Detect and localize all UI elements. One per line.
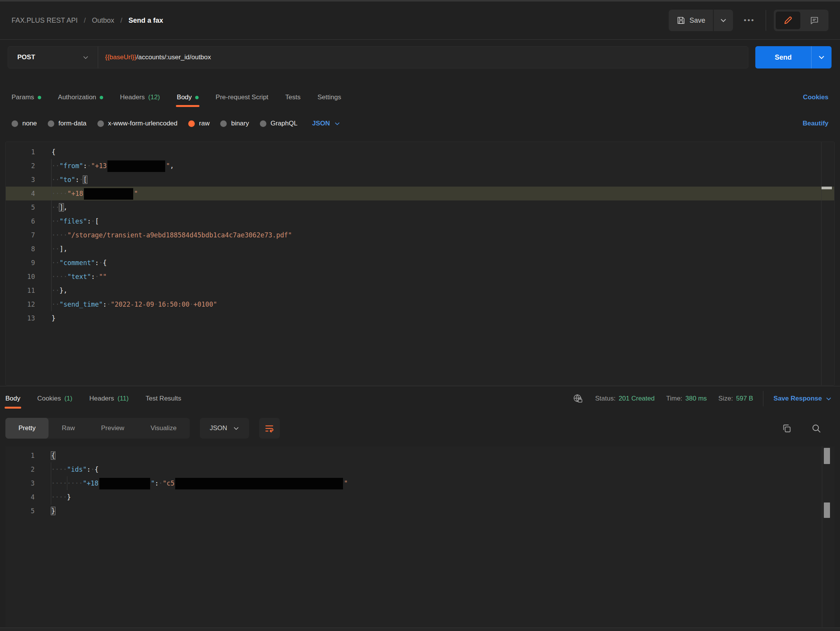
response-tab-test-results[interactable]: Test Results [146,389,181,409]
code-string: "+18 [67,190,83,197]
method-label: POST [17,53,35,61]
more-actions-button[interactable]: ••• [741,16,758,25]
code-line[interactable]: 3··"to":·[ [6,173,834,187]
request-tabs: Params Authorization Headers (12) Body P… [12,88,828,107]
tab-settings-label: Settings [318,93,341,101]
code-line[interactable]: 4····"+18" [6,187,834,200]
beautify-link[interactable]: Beautify [803,120,828,127]
code-line[interactable]: 6··"files":·[ [6,214,834,228]
scrollbar-thumb[interactable] [824,502,830,518]
search-icon[interactable] [811,423,822,434]
radio-form-data[interactable]: form-data [48,120,87,127]
code-token: ·· [52,162,59,170]
code-line[interactable]: 5} [5,504,835,518]
radio-form-data-label: form-data [59,120,87,127]
code-line[interactable]: 11··}, [6,284,834,297]
pane-splitter[interactable] [0,386,840,386]
edit-mode-button[interactable] [776,12,800,29]
scrollbar-track[interactable] [821,142,822,385]
body-language-label: JSON [312,120,330,127]
scrollbar-thumb[interactable] [824,448,830,464]
wrap-lines-button[interactable] [259,418,280,439]
response-tab-cookies[interactable]: Cookies (1) [37,389,72,409]
view-tab-pretty[interactable]: Pretty [5,418,49,439]
code-token: · [79,176,83,184]
view-tab-preview[interactable]: Preview [88,418,137,439]
tab-tests[interactable]: Tests [285,88,301,107]
tab-pre-request-script[interactable]: Pre-request Script [216,88,268,107]
scrollbar-track[interactable] [822,446,822,627]
code-line[interactable]: 5··], [6,200,834,214]
code-token: , [170,162,174,170]
radio-raw[interactable]: raw [188,120,209,127]
line-number: 5 [5,504,35,518]
code-line[interactable]: 1{ [5,449,835,462]
method-selector[interactable]: POST [8,47,98,68]
code-string: " [166,162,170,170]
radio-x-www-form-urlencoded[interactable]: x-www-form-urlencoded [97,120,177,127]
breadcrumb-collection[interactable]: FAX.PLUS REST API [12,17,78,25]
code-line[interactable]: 8··], [6,242,834,256]
code-string: "/storage/transient-a9ebd188584d45bdb1ca… [67,231,292,239]
code-line[interactable]: 3········"+18":·"c5" [5,476,835,490]
code-token: }, [59,287,67,294]
breadcrumb-folder[interactable]: Outbox [92,17,114,25]
send-options-button[interactable] [812,46,832,68]
code-line[interactable]: 13} [6,311,834,325]
request-header-bar: FAX.PLUS REST API / Outbox / Send a fax … [0,2,840,40]
save-button[interactable]: Save [669,10,713,31]
code-line[interactable]: 7····"/storage/transient-a9ebd188584d45b… [6,228,834,242]
globe-lock-icon[interactable] [572,393,584,404]
code-line[interactable]: 1{ [6,145,834,159]
code-line[interactable]: 12··"send_time":·"2022-12-09·16:50:00·+0… [6,297,834,311]
tab-headers[interactable]: Headers (12) [120,88,160,107]
code-token: ·· [52,287,59,294]
code-token: ···· [51,466,67,473]
radio-none[interactable]: none [12,120,37,127]
view-tab-raw[interactable]: Raw [49,418,88,439]
status-label: Status: [595,395,616,402]
view-tab-visualize[interactable]: Visualize [137,418,190,439]
line-number: 13 [6,311,35,325]
save-response-button[interactable]: Save Response [773,395,832,402]
send-button[interactable]: Send [755,46,812,68]
response-tab-body[interactable]: Body [5,389,20,409]
cookies-link[interactable]: Cookies [803,93,828,101]
code-token: { [103,259,107,267]
tab-body[interactable]: Body [177,88,199,107]
postman-app: { "colors": { "accent_orange": "#FF6C37"… [0,0,840,631]
code-token: : [95,259,99,267]
tab-authorization[interactable]: Authorization [58,88,103,107]
tab-pre-request-label: Pre-request Script [216,93,268,101]
line-number: 4 [5,490,35,504]
copy-icon[interactable] [781,423,792,434]
save-options-button[interactable] [714,10,733,31]
save-split-button: Save [669,10,733,31]
radio-circle-icon [260,120,266,127]
header-actions: Save ••• [669,10,828,31]
tab-settings[interactable]: Settings [318,88,341,107]
request-body-editor[interactable]: 1{2··"from":·"+13",3··"to":·[4····"+18"5… [5,142,835,386]
response-status-group: Status: 201 Created Time: 380 ms Size: 5… [572,391,832,406]
time-label: Time: [666,395,682,402]
size-value: 597 B [736,395,753,402]
scrollbar-line-mark[interactable] [822,187,832,189]
url-input[interactable]: {{baseUrl}}/accounts/:user_id/outbox [98,53,218,61]
line-number: 10 [6,270,35,284]
code-line[interactable]: 4····} [5,490,835,504]
body-language-selector[interactable]: JSON [312,120,340,127]
tab-params[interactable]: Params [12,88,41,107]
response-language-selector[interactable]: JSON [200,418,249,439]
radio-binary[interactable]: binary [220,120,249,127]
code-line[interactable]: 2··"from":·"+13", [6,159,834,173]
radio-graphql[interactable]: GraphQL [260,120,298,127]
code-line[interactable]: 10····"text":·"" [6,270,834,284]
code-token: ···· [52,273,67,280]
code-line[interactable]: 9··"comment":·{ [6,256,834,270]
response-tab-headers[interactable]: Headers (11) [89,389,129,409]
comments-button[interactable] [802,12,827,29]
code-line[interactable]: 2····"ids":·{ [5,462,835,476]
response-body-editor[interactable]: 1{2····"ids":·{3········"+18":·"c5"4····… [5,446,835,627]
tab-headers-label: Headers [120,93,145,101]
redaction-box [99,478,150,489]
